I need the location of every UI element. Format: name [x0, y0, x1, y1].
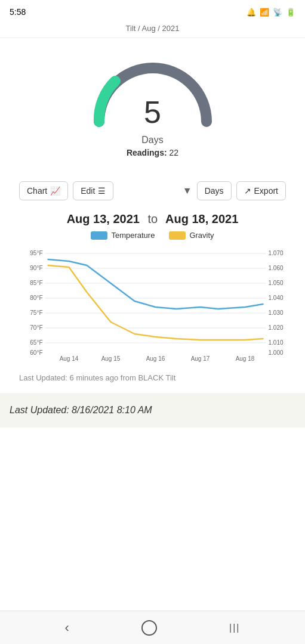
gauge-container: 5: [87, 56, 218, 128]
chart-legend: Temperature Gravity: [10, 231, 295, 240]
alarm-icon: 🔔: [247, 8, 256, 17]
gauge-value: 5: [144, 97, 161, 128]
days-label: Days: [205, 186, 224, 196]
bottom-last-updated: Last Updated: 8/16/2021 8:10 AM: [10, 405, 295, 416]
menu-button[interactable]: |||: [220, 618, 249, 638]
status-bar: 5:58 🔔 📶 📡 🔋: [0, 0, 305, 21]
export-icon: ↗: [244, 186, 251, 196]
signal-icon: 📡: [273, 8, 282, 17]
back-button[interactable]: ‹: [56, 615, 79, 640]
filter-icon[interactable]: ▼: [183, 185, 192, 196]
gauge-readings: Readings: 22: [127, 148, 178, 157]
temperature-legend-label: Temperature: [111, 231, 155, 240]
gravity-color-swatch: [169, 231, 186, 240]
edit-button[interactable]: Edit ☰: [73, 181, 113, 200]
chart-wrapper: 95°F 90°F 85°F 80°F 75°F 70°F 65°F 60°F …: [10, 244, 295, 366]
legend-temperature: Temperature: [91, 231, 155, 240]
export-button[interactable]: ↗ Export: [236, 181, 286, 200]
svg-text:Aug 16: Aug 16: [146, 355, 165, 362]
gauge-number: 5: [144, 97, 161, 128]
svg-text:60°F: 60°F: [30, 349, 42, 356]
svg-text:85°F: 85°F: [30, 280, 42, 286]
date-separator: to: [148, 212, 158, 225]
svg-text:75°F: 75°F: [30, 309, 42, 316]
toolbar: Chart 📈 Edit ☰ ▼ Days ↗ Export: [10, 175, 295, 206]
gravity-legend-label: Gravity: [189, 231, 214, 240]
svg-text:Aug 18: Aug 18: [236, 355, 255, 362]
svg-text:1.060: 1.060: [269, 265, 284, 271]
date-from: Aug 13, 2021: [67, 212, 140, 225]
edit-label: Edit: [81, 186, 95, 196]
home-button[interactable]: [141, 620, 157, 636]
bottom-section: Last Updated: 8/16/2021 8:10 AM: [0, 393, 305, 428]
status-time: 5:58: [10, 7, 26, 17]
svg-text:1.010: 1.010: [269, 339, 284, 346]
svg-text:1.030: 1.030: [269, 309, 284, 316]
export-label: Export: [254, 186, 278, 196]
nav-bar: ‹ |||: [0, 611, 305, 644]
days-button[interactable]: Days: [197, 181, 232, 200]
chart-svg: 95°F 90°F 85°F 80°F 75°F 70°F 65°F 60°F …: [10, 244, 295, 364]
svg-text:1.000: 1.000: [269, 349, 284, 356]
svg-text:Aug 15: Aug 15: [101, 355, 121, 362]
svg-text:95°F: 95°F: [30, 250, 42, 256]
svg-text:1.070: 1.070: [269, 250, 284, 256]
wifi-icon: 📶: [260, 8, 269, 17]
date-to: Aug 18, 2021: [165, 212, 238, 225]
legend-gravity: Gravity: [169, 231, 214, 240]
svg-text:1.050: 1.050: [269, 280, 284, 286]
status-icons: 🔔 📶 📡 🔋: [247, 8, 295, 17]
edit-icon: ☰: [98, 186, 106, 196]
gauge-section: 5 Days Readings: 22: [0, 38, 305, 169]
toolbar-right: ▼ Days ↗ Export: [183, 181, 286, 200]
svg-text:65°F: 65°F: [30, 339, 42, 346]
chart-button[interactable]: Chart 📈: [19, 181, 68, 200]
date-range: Aug 13, 2021 to Aug 18, 2021: [0, 206, 305, 231]
svg-text:Aug 17: Aug 17: [191, 355, 210, 362]
svg-text:1.020: 1.020: [269, 324, 284, 331]
toolbar-left: Chart 📈 Edit ☰: [19, 181, 113, 200]
battery-icon: 🔋: [286, 8, 295, 17]
svg-text:70°F: 70°F: [30, 324, 42, 331]
chart-last-updated: Last Updated: 6 minutes ago from BLACK T…: [10, 369, 295, 387]
chart-area: Temperature Gravity 95°F 90°F 85°F 80°F …: [5, 231, 300, 387]
svg-text:80°F: 80°F: [30, 295, 42, 301]
chart-label: Chart: [27, 186, 47, 196]
svg-text:Aug 14: Aug 14: [60, 355, 79, 362]
svg-text:1.040: 1.040: [269, 295, 284, 301]
chart-icon: 📈: [50, 186, 60, 196]
temperature-color-swatch: [91, 231, 107, 240]
svg-text:90°F: 90°F: [30, 265, 42, 271]
gauge-unit: Days: [141, 135, 163, 145]
header-title: Tilt / Aug / 2021: [0, 21, 305, 38]
